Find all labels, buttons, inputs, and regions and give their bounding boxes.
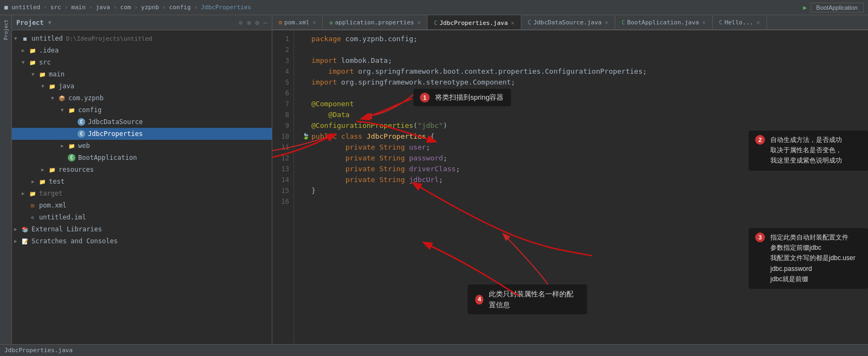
tree-item-ext-libs[interactable]: ▶ 📚 External Libraries: [12, 223, 272, 235]
tree-item-jdbcdatasource[interactable]: ▶ C JdbcDataSource: [12, 116, 272, 128]
code-line-15: }: [301, 185, 868, 196]
editor-content: 1 2 3 4 5 6 7 8 9 10 11 12 13 14 15 16: [272, 30, 868, 344]
tab-hello[interactable]: C Hello... ×: [713, 15, 767, 29]
folder-icon-test: 📁: [38, 177, 47, 186]
java-icon-bootapplication: C: [67, 153, 76, 162]
tab-icon-boot: C: [622, 20, 625, 25]
run-app-button[interactable]: BootApplication: [810, 3, 864, 12]
folder-icon-idea: 📁: [28, 46, 37, 55]
java-icon-jdbcdatasource: C: [77, 118, 86, 126]
package-icon-yzpnb: 📦: [58, 94, 66, 102]
folder-icon-src: 📁: [28, 58, 37, 67]
tree-item-scratches[interactable]: ▶ 📝 Scratches and Consoles: [12, 235, 272, 247]
package-icon-config: 📁: [67, 106, 76, 114]
tree-item-jdbcproperties[interactable]: ▶ C JdbcProperties: [12, 128, 272, 140]
tab-icon-jdbcds: C: [528, 20, 531, 25]
tree-label-com-yzpnb: com.yzpnb: [68, 94, 104, 102]
folder-icon-resources: 📁: [48, 165, 56, 174]
tab-close-boot[interactable]: ×: [702, 20, 705, 25]
folder-icon-untitled: ■: [21, 34, 29, 43]
code-line-1: package com.yzpnb.config;: [301, 34, 868, 44]
tree-item-src[interactable]: ▼ 📁 src: [12, 56, 272, 68]
tree-item-idea[interactable]: ▶ 📁 .idea: [12, 44, 272, 56]
collapse-icon[interactable]: ≡: [247, 19, 251, 27]
code-line-6: [301, 88, 868, 99]
project-panel-header: Project ▼ ⊙ ≡ ⚙ —: [12, 15, 272, 30]
project-dropdown-icon[interactable]: ▼: [48, 20, 52, 25]
line-numbers: 1 2 3 4 5 6 7 8 9 10 11 12 13 14 15 16: [272, 30, 294, 344]
code-line-11: private String user;: [301, 142, 868, 153]
tab-label-jdbcprops: JdbcProperties.java: [439, 20, 508, 27]
tree-item-config[interactable]: ▼ 📁 config: [12, 104, 272, 116]
tree-item-pom[interactable]: ▶ m pom.xml: [12, 199, 272, 211]
ext-libs-icon: 📚: [21, 225, 29, 234]
tab-application-properties[interactable]: ✿ application.properties ×: [323, 15, 427, 29]
tree-label-scratches: Scratches and Consoles: [31, 237, 118, 245]
code-line-16: [301, 196, 868, 207]
tree-label-jdbcproperties: JdbcProperties: [88, 130, 143, 138]
tree-item-bootapplication[interactable]: ▶ C BootApplication: [12, 152, 272, 164]
minimize-icon[interactable]: —: [264, 19, 267, 27]
tree-item-com-yzpnb[interactable]: ▼ 📦 com.yzpnb: [12, 92, 272, 104]
tab-jdbcdatasource[interactable]: C JdbcDataSource.java ×: [521, 15, 615, 29]
tree-item-main[interactable]: ▼ 📁 main: [12, 68, 272, 80]
tab-icon-jdbcprops: C: [434, 20, 437, 26]
java-icon-jdbcproperties: C: [77, 130, 86, 138]
bottom-status: JdbcProperties.java: [4, 347, 73, 354]
tab-label-props: application.properties: [335, 19, 414, 26]
code-line-5: import org.springframework.stereotype.Co…: [301, 77, 868, 88]
tree-path-untitled: D:\IdeaProjects\untitled: [66, 35, 152, 42]
tab-label-jdbcds: JdbcDataSource.java: [533, 19, 602, 26]
project-panel: Project ▼ ⊙ ≡ ⚙ — ▼ ■ untitled D:\IdeaPr…: [12, 15, 272, 344]
main-layout: Project Project ▼ ⊙ ≡ ⚙ — ▼ ■ untitled D…: [0, 15, 868, 344]
project-panel-title: Project: [16, 19, 44, 27]
settings-icon[interactable]: ⚙: [256, 19, 259, 27]
tree-item-iml[interactable]: ▶ ◇ untitled.iml: [12, 211, 272, 223]
tree-item-untitled[interactable]: ▼ ■ untitled D:\IdeaProjects\untitled: [12, 33, 272, 44]
run-icon: ▶: [803, 4, 807, 11]
tree-label-web: web: [78, 142, 90, 150]
tree-item-resources[interactable]: ▶ 📁 resources: [12, 164, 272, 176]
tab-jdbcproperties[interactable]: C JdbcProperties.java ×: [427, 15, 521, 29]
code-line-2: [301, 44, 868, 55]
folder-icon-java: 📁: [48, 82, 56, 90]
tab-close-hello[interactable]: ×: [757, 20, 760, 25]
title-bar: ■ untitled › src › main › java › com › y…: [0, 0, 868, 15]
tab-pom[interactable]: m pom.xml ×: [272, 15, 323, 29]
code-line-9: @ConfigurationProperties("jdbc"): [301, 120, 868, 131]
tree-item-web[interactable]: ▶ 📁 web: [12, 140, 272, 152]
tree-label-iml: untitled.iml: [39, 213, 86, 221]
tree-item-target[interactable]: ▶ 📁 target: [12, 187, 272, 199]
project-header-icons: ⊙ ≡ ⚙ —: [239, 19, 267, 27]
tree-label-pom: pom.xml: [39, 202, 67, 209]
tab-close-props[interactable]: ×: [417, 20, 420, 25]
code-line-10: 🍃 public class JdbcProperties {: [301, 131, 868, 142]
tab-bar: m pom.xml × ✿ application.properties × C…: [272, 15, 868, 30]
tab-label-hello: Hello...: [725, 19, 754, 26]
code-line-7: @Component: [301, 99, 868, 109]
code-line-14: private String jdbcUrl;: [301, 174, 868, 185]
project-tab-icon[interactable]: Project: [3, 17, 9, 42]
folder-icon-main: 📁: [38, 70, 47, 79]
code-area[interactable]: package com.yzpnb.config; import lombok.…: [294, 30, 868, 344]
tree-label-main: main: [49, 70, 65, 78]
editor-area: m pom.xml × ✿ application.properties × C…: [272, 15, 868, 344]
tree-item-java[interactable]: ▼ 📁 java: [12, 80, 272, 92]
tab-label-boot: BootApplication.java: [627, 19, 699, 26]
locate-icon[interactable]: ⊙: [239, 19, 242, 27]
spring-gutter-icon: 🍃: [301, 131, 311, 142]
tree-label-idea: .idea: [39, 47, 59, 54]
code-line-8: @Data: [301, 109, 868, 120]
code-line-3: import lombok.Data;: [301, 55, 868, 66]
tab-icon-hello: C: [719, 20, 723, 25]
tab-icon-pom: m: [279, 20, 282, 25]
tree-item-test[interactable]: ▶ 📁 test: [12, 176, 272, 187]
tab-close-pom[interactable]: ×: [312, 20, 316, 25]
tree-label-untitled: untitled: [31, 35, 63, 42]
tree-label-target: target: [39, 190, 62, 197]
title-bar-right: ▶ BootApplication: [803, 3, 864, 12]
tab-close-jdbcds[interactable]: ×: [605, 20, 608, 25]
tab-bootapplication[interactable]: C BootApplication.java ×: [615, 15, 713, 29]
package-icon-web: 📁: [67, 141, 76, 150]
tab-close-jdbcprops[interactable]: ×: [511, 20, 514, 26]
